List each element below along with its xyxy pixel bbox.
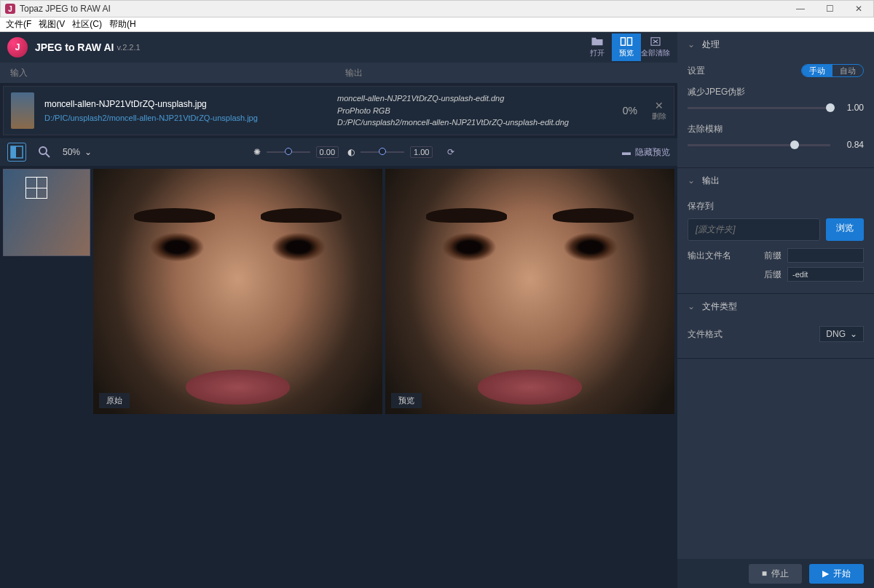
refresh-button[interactable]: ⟳ — [441, 143, 460, 162]
processing-section-head[interactable]: ⌄ 处理 — [677, 32, 874, 57]
magnifier-icon — [39, 146, 50, 158]
menubar: 文件(F 视图(V 社区(C) 帮助(H — [0, 17, 874, 32]
output-filename: moncell-allen-NJP21VtDrZQ-unsplash-edit.… — [337, 92, 608, 105]
clear-icon — [649, 36, 662, 47]
file-format-label: 文件格式 — [688, 328, 819, 341]
save-to-label: 保存到 — [688, 200, 864, 212]
filetype-section-head[interactable]: ⌄ 文件类型 — [677, 294, 874, 319]
app-title: JPEG to RAW AI — [35, 41, 114, 53]
suffix-label: 后缀 — [760, 269, 782, 281]
deblur-label: 去除模糊 — [688, 123, 864, 135]
gamma-slider[interactable]: ◐ 1.00 — [347, 146, 433, 158]
delete-file-button[interactable]: ✕ 删除 — [652, 100, 666, 122]
collapse-icon: ▬ — [622, 147, 631, 157]
maximize-button[interactable]: ☐ — [815, 1, 844, 17]
window-title: Topaz JPEG to RAW AI — [20, 4, 786, 14]
contrast-icon: ◐ — [347, 147, 355, 157]
brightness-icon: ✺ — [253, 147, 261, 157]
settings-panel: ⌄ 处理 设置 手动 自动 减少JPEG伪影 1.00 — [677, 32, 874, 588]
output-colorspace: ProPhoto RGB — [337, 105, 608, 117]
preview-label: 预览 — [391, 393, 422, 408]
minimize-button[interactable]: — — [786, 1, 815, 17]
open-button[interactable]: 打开 — [583, 33, 612, 61]
chevron-down-icon: ⌄ — [850, 329, 857, 339]
play-icon: ▶ — [822, 568, 829, 579]
preview-toolbar: 50% ⌄ ✺ 0.00 ◐ 1.00 ⟳ ▬ 隐藏预览 — [0, 138, 677, 166]
close-button[interactable]: ✕ — [844, 1, 873, 17]
file-row[interactable]: moncell-allen-NJP21VtDrZQ-unsplash.jpg D… — [3, 86, 674, 135]
file-list-header: 输入 输出 — [0, 63, 677, 83]
output-section-head[interactable]: ⌄ 输出 — [677, 168, 874, 193]
svg-rect-0 — [621, 38, 626, 46]
logo-icon: J — [7, 37, 28, 57]
refresh-icon: ⟳ — [447, 147, 454, 157]
menu-view[interactable]: 视图(V — [36, 18, 68, 31]
navigator-thumbnail[interactable] — [3, 169, 90, 256]
stop-button[interactable]: ■ 停止 — [749, 564, 802, 584]
input-filename: moncell-allen-NJP21VtDrZQ-unsplash.jpg — [44, 99, 337, 109]
original-label: 原始 — [99, 393, 130, 408]
output-filepath: D:/PIC/unsplash2/moncell-allen-NJP21VtDr… — [337, 116, 608, 129]
reduce-artifacts-slider[interactable] — [688, 107, 830, 109]
suffix-input[interactable] — [787, 267, 864, 282]
mode-toggle[interactable]: 手动 自动 — [801, 64, 864, 77]
clear-all-button[interactable]: 全部清除 — [641, 33, 670, 61]
save-path-box[interactable]: [源文件夹] — [688, 218, 820, 241]
zoom-select[interactable]: 50% ⌄ — [63, 147, 92, 157]
close-icon: ✕ — [655, 100, 664, 111]
col-output: 输出 — [335, 67, 677, 79]
window-titlebar: J Topaz JPEG to RAW AI — ☐ ✕ — [0, 0, 874, 17]
app-icon: J — [5, 4, 15, 14]
output-filename-label: 输出文件名 — [688, 250, 754, 262]
menu-community[interactable]: 社区(C) — [69, 18, 105, 31]
svg-rect-1 — [628, 38, 632, 46]
preview-area: 原始 预览 — [0, 166, 677, 588]
col-input: 输入 — [0, 67, 335, 79]
hide-preview-button[interactable]: ▬ 隐藏预览 — [622, 146, 670, 159]
original-image[interactable]: 原始 — [93, 169, 382, 414]
bottom-bar: ■ 停止 ▶ 开始 — [677, 559, 874, 588]
split-icon — [10, 146, 23, 159]
svg-point-5 — [39, 147, 47, 154]
folder-icon — [591, 36, 604, 47]
reduce-artifacts-label: 减少JPEG伪影 — [688, 86, 864, 98]
preview-icon — [620, 36, 633, 47]
file-format-select[interactable]: DNG ⌄ — [819, 326, 864, 342]
svg-rect-4 — [11, 146, 16, 158]
start-button[interactable]: ▶ 开始 — [809, 564, 864, 584]
settings-label: 设置 — [688, 65, 801, 77]
progress-percent: 0% — [623, 105, 637, 116]
prefix-input[interactable] — [787, 248, 864, 263]
chevron-down-icon: ⌄ — [688, 175, 695, 186]
preview-image[interactable]: 预览 — [385, 169, 674, 414]
file-thumbnail — [11, 92, 34, 129]
input-filepath[interactable]: D:/PIC/unsplash2/moncell-allen-NJP21VtDr… — [44, 114, 337, 122]
deblur-slider[interactable] — [688, 144, 830, 146]
navigator-viewport[interactable] — [25, 177, 47, 199]
app-header: J JPEG to RAW AI v.2.2.1 打开 预览 全部清除 — [0, 32, 677, 63]
brightness-slider[interactable]: ✺ 0.00 — [253, 146, 339, 158]
chevron-down-icon: ⌄ — [688, 39, 695, 49]
svg-line-6 — [46, 154, 50, 157]
split-view-button[interactable] — [7, 143, 26, 162]
zoom-tool-button[interactable] — [35, 143, 54, 162]
menu-file[interactable]: 文件(F — [3, 18, 34, 31]
preview-button[interactable]: 预览 — [612, 33, 641, 61]
chevron-down-icon: ⌄ — [84, 147, 92, 157]
stop-icon: ■ — [762, 568, 767, 579]
menu-help[interactable]: 帮助(H — [106, 18, 139, 31]
app-version: v.2.2.1 — [117, 43, 140, 52]
prefix-label: 前缀 — [760, 250, 782, 262]
browse-button[interactable]: 浏览 — [826, 218, 864, 241]
chevron-down-icon: ⌄ — [688, 301, 695, 311]
